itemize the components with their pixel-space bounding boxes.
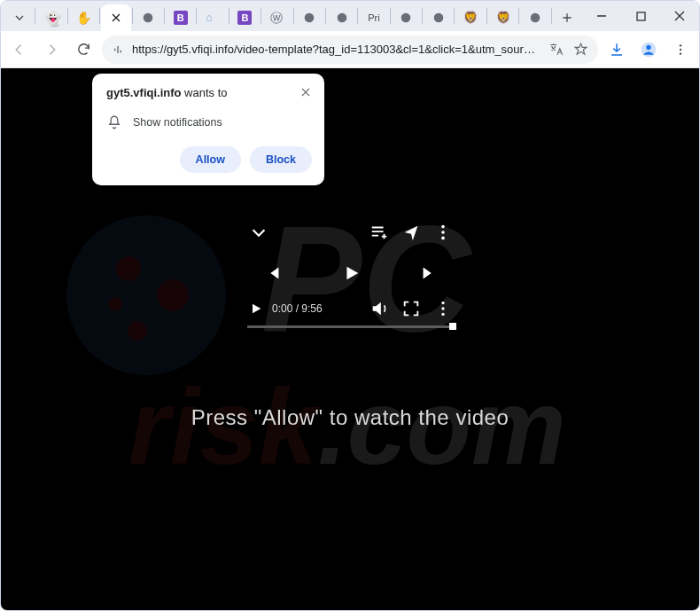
window-maximize[interactable] xyxy=(621,1,660,31)
browser-window: 👻 ✋ B ⌂ B ⓦ Pri 🦁 🦁 xyxy=(0,0,700,611)
kebab-icon xyxy=(673,43,688,57)
downloads-button[interactable] xyxy=(603,36,630,63)
bell-icon xyxy=(106,114,122,130)
tab-16[interactable] xyxy=(520,4,549,31)
globe-icon xyxy=(432,11,446,25)
back-button[interactable] xyxy=(6,36,33,63)
notification-permission-dialog: gyt5.vfiqi.info wants to Show notificati… xyxy=(92,74,324,185)
more-button[interactable] xyxy=(433,223,453,242)
url-text: https://gyt5.vfiqi.info/video-template?t… xyxy=(132,43,540,56)
more-small-button[interactable] xyxy=(433,299,453,318)
svg-point-16 xyxy=(108,297,122,311)
tab-active[interactable] xyxy=(101,4,130,31)
tab-4[interactable] xyxy=(134,4,163,31)
skip-next-icon xyxy=(419,263,439,283)
play-icon xyxy=(249,302,263,316)
play-button[interactable] xyxy=(341,263,361,283)
time-display: 0:00 / 9:56 xyxy=(272,302,323,315)
tab-1[interactable]: 👻 xyxy=(36,4,66,31)
tab-label: Pri xyxy=(368,12,379,23)
next-button[interactable] xyxy=(419,263,439,283)
globe-icon xyxy=(528,11,542,25)
bookmark-icon[interactable] xyxy=(572,41,589,59)
close-icon xyxy=(299,86,312,98)
playlist-button[interactable] xyxy=(369,223,389,242)
window-close[interactable] xyxy=(660,1,699,31)
address-bar[interactable]: https://gyt5.vfiqi.info/video-template?t… xyxy=(102,35,598,64)
fullscreen-icon xyxy=(401,299,421,318)
globe-icon xyxy=(399,11,413,25)
menu-button[interactable] xyxy=(667,36,694,63)
hand-icon: ✋ xyxy=(76,11,90,25)
chevron-down-icon xyxy=(12,11,27,25)
svg-point-0 xyxy=(144,13,153,23)
window-minimize[interactable] xyxy=(582,1,621,31)
svg-point-14 xyxy=(157,279,189,311)
ghost-icon: 👻 xyxy=(44,11,58,25)
b-badge-icon: B xyxy=(237,11,252,25)
block-button[interactable]: Block xyxy=(250,146,312,173)
new-tab-button[interactable] xyxy=(553,4,582,31)
globe-icon xyxy=(302,11,316,25)
arrow-left-icon xyxy=(12,42,27,58)
tab-12[interactable] xyxy=(392,4,421,31)
tab-11[interactable]: Pri xyxy=(359,4,388,31)
progress-handle[interactable] xyxy=(449,323,456,330)
collapse-button[interactable] xyxy=(249,223,268,242)
profile-button[interactable] xyxy=(635,36,662,63)
svg-point-2 xyxy=(337,13,346,23)
browser-toolbar: https://gyt5.vfiqi.info/video-template?t… xyxy=(1,31,699,68)
wordpress-icon: ⓦ xyxy=(270,11,284,25)
globe-icon xyxy=(335,11,349,25)
fullscreen-button[interactable] xyxy=(401,299,421,318)
video-player: 0:00 / 9:56 xyxy=(247,217,455,328)
dialog-title: gyt5.vfiqi.info wants to xyxy=(106,86,228,99)
progress-bar[interactable] xyxy=(247,325,455,328)
page-content: PC risk.com 0:00 xyxy=(1,68,699,610)
share-button[interactable] xyxy=(401,223,421,242)
tab-menu[interactable] xyxy=(4,4,34,31)
tab-6[interactable]: ⌂ xyxy=(198,4,227,31)
svg-point-22 xyxy=(441,313,444,316)
tab-2[interactable]: ✋ xyxy=(69,4,98,31)
share-icon xyxy=(401,223,421,242)
tab-8[interactable]: ⓦ xyxy=(262,4,292,31)
volume-button[interactable] xyxy=(369,299,389,318)
tab-13[interactable] xyxy=(424,4,453,31)
tab-9[interactable] xyxy=(295,4,324,31)
svg-rect-6 xyxy=(637,12,645,20)
volume-icon xyxy=(369,299,389,318)
window-controls xyxy=(582,1,699,31)
tab-strip: 👻 ✋ B ⌂ B ⓦ Pri 🦁 🦁 xyxy=(1,1,699,31)
play-small-button[interactable] xyxy=(249,302,263,316)
tab-15[interactable]: 🦁 xyxy=(488,4,517,31)
prev-button[interactable] xyxy=(263,263,283,283)
tab-14[interactable]: 🦁 xyxy=(455,4,485,31)
svg-point-1 xyxy=(305,13,315,23)
instruction-text: Press "Allow" to watch the video xyxy=(1,405,699,430)
tab-10[interactable] xyxy=(327,4,356,31)
dialog-close[interactable] xyxy=(299,86,312,102)
reload-icon xyxy=(76,42,91,57)
svg-point-18 xyxy=(441,231,445,234)
svg-point-3 xyxy=(401,13,411,23)
svg-point-4 xyxy=(433,13,443,23)
reload-button[interactable] xyxy=(70,36,97,63)
plus-icon xyxy=(560,11,574,25)
play-icon xyxy=(341,261,361,286)
tab-7[interactable]: B xyxy=(230,4,260,31)
house-icon: ⌂ xyxy=(206,11,220,25)
close-icon xyxy=(109,11,123,25)
translate-icon[interactable] xyxy=(547,41,564,59)
lion-icon: 🦁 xyxy=(496,11,510,25)
svg-point-15 xyxy=(128,321,147,341)
download-icon xyxy=(609,42,625,58)
svg-point-20 xyxy=(441,302,444,304)
close-icon xyxy=(674,11,685,21)
allow-button[interactable]: Allow xyxy=(180,146,241,173)
site-settings-icon xyxy=(111,43,125,57)
skip-previous-icon xyxy=(263,263,283,283)
tab-5[interactable]: B xyxy=(166,4,195,31)
forward-button[interactable] xyxy=(38,36,65,63)
minimize-icon xyxy=(596,11,607,21)
